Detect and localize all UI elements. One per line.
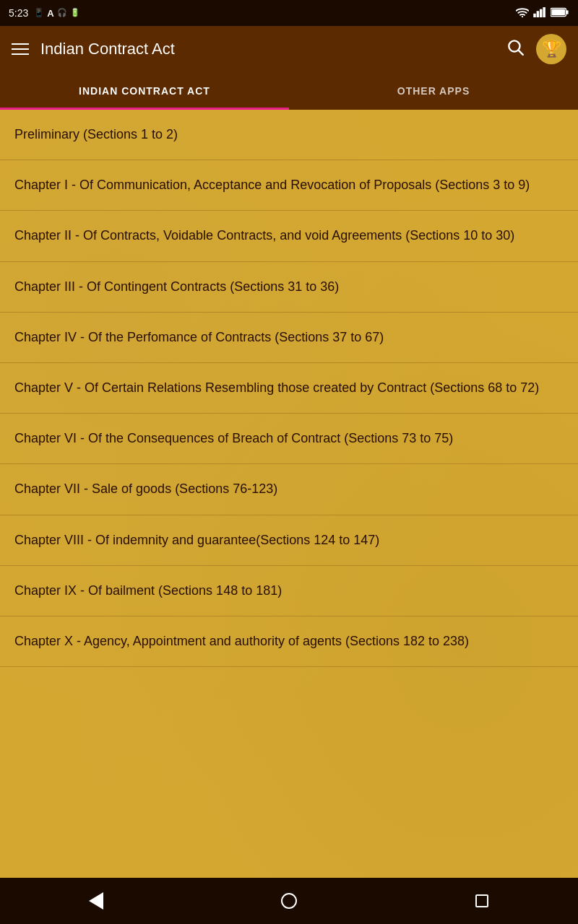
recent-button[interactable]: [464, 883, 500, 919]
status-time-area: 5:23 📱 A 🎧 🔋: [9, 7, 80, 19]
svg-rect-1: [533, 13, 536, 17]
app-bar: Indian Contract Act 🏆: [0, 26, 578, 72]
svg-rect-2: [537, 11, 540, 17]
status-time: 5:23: [9, 7, 28, 19]
list-item[interactable]: Chapter VI - Of the Consequences of Brea…: [0, 414, 578, 464]
list-item[interactable]: Chapter VIII - Of indemnity and guarante…: [0, 515, 578, 566]
svg-rect-7: [551, 9, 565, 14]
svg-rect-6: [566, 10, 569, 14]
battery-icon: [551, 7, 569, 19]
list-item[interactable]: Chapter IV - Of the Perfomance of Contra…: [0, 313, 578, 363]
trophy-icon: 🏆: [542, 40, 561, 58]
back-icon: [89, 892, 103, 910]
svg-line-9: [519, 51, 523, 55]
sim-icon: 📱: [34, 8, 44, 19]
status-right-icons: [516, 7, 569, 19]
svg-point-0: [522, 15, 523, 17]
tab-bar: INDIAN CONTRACT ACT OTHER APPS: [0, 72, 578, 110]
svg-rect-3: [540, 9, 543, 17]
a-icon: A: [47, 8, 53, 19]
menu-button[interactable]: [12, 43, 29, 55]
list-item[interactable]: Chapter III - Of Contingent Contracts (S…: [0, 262, 578, 313]
tab-other-apps[interactable]: OTHER APPS: [289, 72, 578, 110]
menu-line-3: [12, 53, 29, 55]
notification-icons: 📱 A 🎧 🔋: [34, 8, 79, 19]
recent-icon: [475, 894, 488, 907]
status-bar: 5:23 📱 A 🎧 🔋: [0, 0, 578, 26]
wifi-icon: [516, 7, 529, 19]
headset-icon: 🎧: [57, 8, 67, 19]
home-button[interactable]: [271, 883, 307, 919]
profile-avatar[interactable]: 🏆: [536, 34, 566, 64]
svg-rect-4: [543, 7, 545, 17]
list-item[interactable]: Preliminary (Sections 1 to 2): [0, 110, 578, 160]
back-button[interactable]: [78, 883, 114, 919]
bottom-nav: [0, 878, 578, 924]
tab-indian-contract-act[interactable]: INDIAN CONTRACT ACT: [0, 72, 289, 110]
list-item[interactable]: Chapter II - Of Contracts, Voidable Cont…: [0, 211, 578, 261]
list-item[interactable]: Chapter VII - Sale of goods (Sections 76…: [0, 464, 578, 515]
list-item[interactable]: Chapter V - Of Certain Relations Resembl…: [0, 363, 578, 414]
battery-icon-small: 🔋: [70, 8, 80, 19]
search-button[interactable]: [506, 38, 525, 61]
list-item[interactable]: Chapter IX - Of bailment (Sections 148 t…: [0, 566, 578, 616]
chapter-list: Preliminary (Sections 1 to 2)Chapter I -…: [0, 110, 578, 878]
app-title: Indian Contract Act: [40, 40, 494, 58]
list-item[interactable]: Chapter X - Agency, Appointment and auth…: [0, 616, 578, 667]
list-item[interactable]: Chapter I - Of Communication, Acceptance…: [0, 160, 578, 211]
home-icon: [281, 893, 297, 909]
signal-icon: [533, 7, 546, 19]
menu-line-1: [12, 43, 29, 45]
menu-line-2: [12, 48, 29, 50]
app-bar-icons: 🏆: [506, 34, 566, 64]
